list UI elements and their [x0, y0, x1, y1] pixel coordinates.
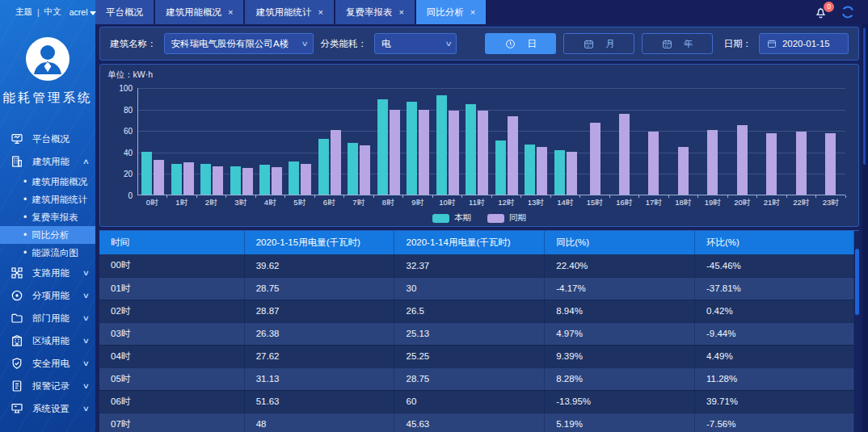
period-button-label: 年 [684, 38, 693, 50]
user-menu[interactable]: acrel [70, 7, 96, 17]
period-button-月[interactable]: 月 [563, 33, 634, 54]
table-cell: 31.13 [244, 367, 394, 390]
table-cell: -13.95% [545, 390, 695, 413]
refresh-icon [841, 5, 855, 19]
table-row-01时: 01时28.7530-4.17%-37.81% [99, 277, 854, 300]
tab-close-icon[interactable]: × [228, 7, 233, 17]
bar-series [138, 88, 845, 195]
table-header-cell: 时间 [99, 231, 244, 254]
sidebar-item-8[interactable]: 报警记录∨ [0, 375, 95, 397]
bar-同期-6时 [331, 130, 341, 195]
tab-同比分析[interactable]: 同比分析× [416, 0, 486, 24]
table-cell: 51.63 [244, 390, 394, 413]
date-value: 2020-01-15 [782, 39, 830, 48]
bar-同期-13时 [537, 147, 547, 195]
platform-monitor-icon [11, 132, 23, 145]
table-scrollbar-thumb[interactable] [855, 249, 859, 315]
sidebar-item-label: 分项用能 [32, 290, 70, 302]
tab-建筑用能统计[interactable]: 建筑用能统计× [245, 0, 333, 24]
bar-group-9时 [403, 88, 432, 195]
sidebar-subitem[interactable]: •建筑用能统计 [0, 191, 95, 208]
x-axis-tick-label: 11时 [462, 198, 492, 208]
tab-close-icon[interactable]: × [470, 7, 475, 17]
sidebar-item-7[interactable]: 安全用电∨ [0, 352, 95, 375]
sidebar-item-3[interactable]: 支路用能∨ [0, 262, 95, 284]
sidebar-item-6[interactable]: 区域用能∨ [0, 329, 95, 352]
building-energy-icon [11, 155, 23, 168]
bar-同期-0时 [154, 160, 164, 195]
date-picker-input[interactable]: 2020-01-15 [759, 33, 849, 54]
notification-bell-icon[interactable]: 0 [814, 6, 828, 19]
chart-legend: 本期同期 [100, 212, 858, 224]
language-switch[interactable]: 中文 [44, 6, 61, 18]
tab-平台概况[interactable]: 平台概况 [95, 0, 154, 24]
building-select[interactable]: 安科瑞电气股份有限公司A楼 ∨ [164, 33, 314, 54]
table-cell: 02时 [99, 300, 244, 322]
table-row-02时: 02时28.8726.58.94%0.42% [99, 300, 854, 322]
system-settings-icon [11, 402, 23, 415]
x-axis-tick-label: 2时 [196, 198, 226, 208]
tab-bar: 平台概况建筑用能概况×建筑用能统计×复费率报表×同比分析× [95, 0, 487, 24]
chevron-down-icon: ∨ [82, 291, 90, 300]
sidebar-subitem[interactable]: •能源流向图 [0, 244, 95, 262]
bar-同期-15时 [590, 123, 600, 195]
table-cell: 26.38 [244, 322, 394, 345]
legend-item-本期[interactable]: 本期 [432, 212, 471, 224]
bar-group-7时 [344, 88, 373, 195]
chevron-down-icon: ∨ [435, 40, 453, 48]
calendar-icon [584, 39, 594, 49]
sidebar-subitem[interactable]: •同比分析 [0, 226, 95, 244]
bar-同期-16时 [619, 114, 630, 195]
period-button-label: 月 [605, 38, 615, 50]
table-cell: 39.62 [244, 254, 394, 277]
tab-建筑用能概况[interactable]: 建筑用能概况× [155, 0, 243, 24]
sidebar-item-1[interactable]: 平台概况 [0, 128, 95, 150]
sidebar-subitem-label: 同比分析 [32, 229, 69, 241]
period-button-日[interactable]: 日 [485, 33, 556, 54]
y-axis-tick-label: 80 [124, 105, 133, 114]
table-cell: 0.42% [695, 300, 854, 322]
table-cell: 30 [394, 277, 545, 300]
sidebar-item-4[interactable]: 分项用能∨ [0, 284, 95, 307]
bar-group-5时 [285, 88, 314, 195]
legend-item-同期[interactable]: 同期 [487, 212, 526, 224]
bar-本期-11时 [466, 104, 476, 195]
notification-badge: 0 [824, 2, 834, 12]
period-button-年[interactable]: 年 [642, 33, 713, 54]
x-axis-tick-label: 0时 [137, 198, 167, 208]
refresh-button[interactable] [841, 5, 855, 19]
x-axis-tick-label: 10时 [432, 198, 462, 208]
energy-category-label: 分类能耗： [321, 38, 368, 50]
sidebar-item-2[interactable]: 建筑用能∧ [0, 150, 95, 173]
tab-close-icon[interactable]: × [398, 7, 403, 17]
theme-switch[interactable]: 主题 [15, 6, 32, 18]
x-axis-tick-label: 1时 [167, 198, 197, 208]
x-axis-tick-label: 6时 [314, 198, 344, 208]
bar-同期-4时 [272, 167, 282, 195]
sidebar-item-9[interactable]: 系统设置∨ [0, 397, 95, 420]
table-cell: 28.75 [244, 277, 394, 300]
tab-label: 建筑用能概况 [166, 6, 221, 19]
sidebar-subitem[interactable]: •复费率报表 [0, 208, 95, 226]
x-axis-tick-label: 16时 [609, 198, 639, 208]
tab-close-icon[interactable]: × [318, 7, 322, 17]
period-button-group: 日月年 [464, 33, 713, 54]
sidebar-subitem[interactable]: •建筑用能概况 [0, 173, 95, 191]
page-scrollbar-track [862, 24, 868, 432]
x-axis-tick-label: 13时 [521, 198, 551, 208]
bar-同期-5时 [301, 164, 311, 195]
bar-group-18时 [668, 88, 697, 195]
page-scrollbar-thumb[interactable] [863, 27, 866, 165]
table-cell: -7.56% [695, 413, 854, 432]
topbar-icons: 0 [814, 5, 868, 19]
platform-monitor-icon [11, 132, 23, 145]
energy-category-select[interactable]: 电 ∨ [374, 33, 457, 54]
bar-本期-2时 [200, 164, 211, 195]
table-header-cell: 环比(%) [695, 231, 854, 254]
x-axis-tick-label: 15时 [580, 198, 610, 208]
y-axis-tick-label: 60 [124, 127, 133, 136]
sidebar-item-label: 支路用能 [32, 267, 70, 279]
sidebar-item-5[interactable]: 部门用能∨ [0, 307, 95, 329]
tab-复费率报表[interactable]: 复费率报表× [335, 0, 415, 24]
user-avatar[interactable] [26, 37, 70, 81]
